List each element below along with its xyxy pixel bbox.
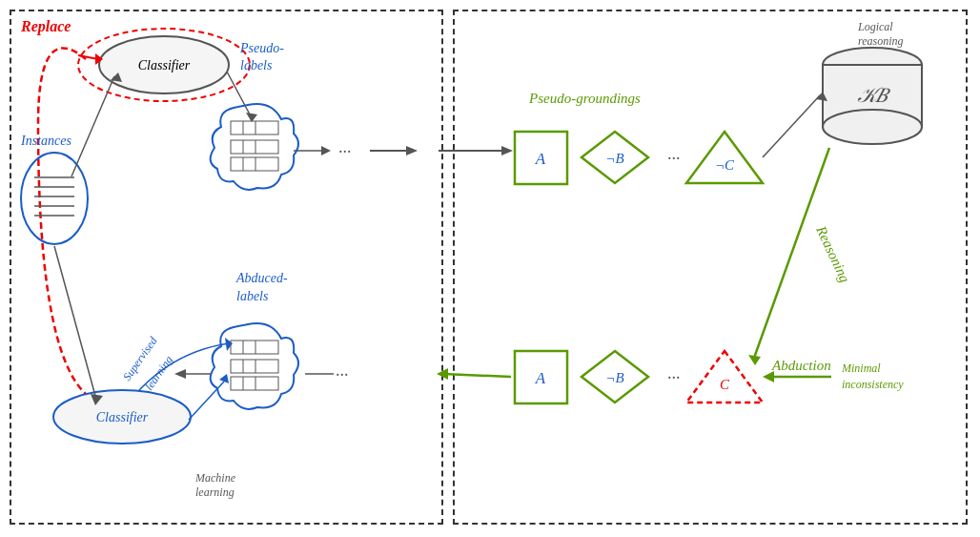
left-panel <box>10 10 443 525</box>
right-panel <box>453 10 968 525</box>
main-container: Classifier Replace Instances Pseudo- la <box>0 0 980 537</box>
